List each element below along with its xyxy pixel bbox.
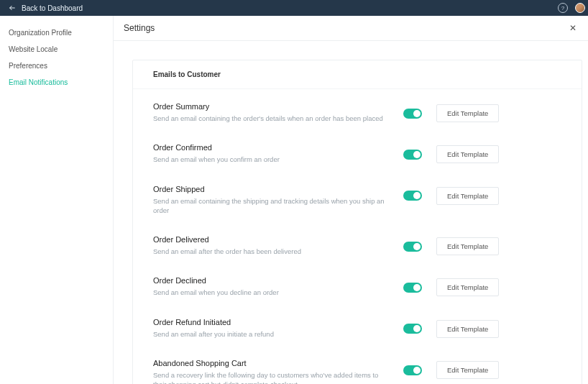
- row-desc: Send an email after you initiate a refun…: [153, 329, 392, 339]
- toggle-switch[interactable]: [403, 365, 422, 375]
- edit-template-button[interactable]: Edit Template: [436, 320, 499, 338]
- row-desc: Send a recovery link the following day t…: [153, 370, 392, 384]
- toggle-switch[interactable]: [403, 150, 422, 160]
- row-info: Order Delivered Send an email after the …: [153, 235, 403, 256]
- main: Settings ✕ Emails to Customer Order Summ…: [114, 16, 588, 384]
- row-info: Abandoned Shopping Cart Send a recovery …: [153, 359, 403, 384]
- row-controls: Edit Template: [403, 276, 499, 296]
- emails-card: Emails to Customer Order Summary Send an…: [132, 60, 582, 384]
- email-row: Order Refund Initiated Send an email aft…: [153, 305, 561, 346]
- email-row: Order Shipped Send an email containing t…: [153, 172, 561, 223]
- sidebar-item-email-notifications[interactable]: Email Notifications: [0, 74, 113, 91]
- toggle-switch[interactable]: [403, 191, 422, 201]
- topbar-right: ?: [558, 3, 579, 13]
- edit-template-button[interactable]: Edit Template: [436, 104, 499, 122]
- row-title: Order Delivered: [153, 235, 392, 244]
- back-to-dashboard[interactable]: Back to Dashboard: [9, 4, 83, 12]
- row-info: Order Summary Send an email containing t…: [153, 102, 403, 123]
- topbar: Back to Dashboard ?: [0, 0, 588, 16]
- row-desc: Send an email containing the order's det…: [153, 114, 392, 123]
- edit-template-button[interactable]: Edit Template: [436, 237, 499, 255]
- email-row: Order Summary Send an email containing t…: [153, 89, 561, 130]
- row-desc: Send an email after the order has been d…: [153, 247, 392, 256]
- back-label: Back to Dashboard: [22, 4, 83, 12]
- row-desc: Send an email when you confirm an order: [153, 155, 392, 164]
- row-controls: Edit Template: [403, 359, 499, 379]
- row-controls: Edit Template: [403, 318, 499, 338]
- section-title: Emails to Customer: [133, 60, 582, 89]
- row-desc: Send an email when you decline an order: [153, 288, 392, 297]
- sidebar-item-organization-profile[interactable]: Organization Profile: [0, 24, 113, 41]
- email-row: Order Confirmed Send an email when you c…: [153, 130, 561, 171]
- layout: Organization Profile Website Locale Pref…: [0, 16, 588, 384]
- row-info: Order Confirmed Send an email when you c…: [153, 143, 403, 164]
- edit-template-button[interactable]: Edit Template: [436, 145, 499, 163]
- edit-template-button[interactable]: Edit Template: [436, 361, 499, 379]
- row-info: Order Shipped Send an email containing t…: [153, 185, 403, 216]
- help-icon[interactable]: ?: [558, 3, 568, 13]
- toggle-switch[interactable]: [403, 109, 422, 119]
- main-header: Settings ✕: [114, 16, 588, 41]
- email-row: Order Delivered Send an email after the …: [153, 222, 561, 263]
- toggle-switch[interactable]: [403, 242, 422, 252]
- row-desc: Send an email containing the shipping an…: [153, 196, 392, 216]
- row-controls: Edit Template: [403, 185, 499, 205]
- row-title: Order Refund Initiated: [153, 318, 392, 326]
- sidebar: Organization Profile Website Locale Pref…: [0, 16, 114, 384]
- edit-template-button[interactable]: Edit Template: [436, 187, 499, 205]
- row-title: Order Confirmed: [153, 143, 392, 152]
- email-rows: Order Summary Send an email containing t…: [133, 89, 582, 384]
- row-controls: Edit Template: [403, 235, 499, 255]
- arrow-left-icon: [9, 4, 16, 12]
- toggle-switch[interactable]: [403, 283, 422, 293]
- sidebar-item-website-locale[interactable]: Website Locale: [0, 41, 113, 58]
- sidebar-item-preferences[interactable]: Preferences: [0, 58, 113, 74]
- email-row: Order Declined Send an email when you de…: [153, 263, 561, 304]
- toggle-switch[interactable]: [403, 324, 422, 334]
- edit-template-button[interactable]: Edit Template: [436, 278, 499, 296]
- row-controls: Edit Template: [403, 143, 499, 163]
- page-title: Settings: [124, 23, 155, 33]
- avatar[interactable]: [575, 3, 585, 13]
- row-title: Order Shipped: [153, 185, 392, 193]
- row-title: Order Summary: [153, 102, 392, 111]
- row-info: Order Declined Send an email when you de…: [153, 276, 403, 297]
- row-title: Abandoned Shopping Cart: [153, 359, 392, 367]
- email-row: Abandoned Shopping Cart Send a recovery …: [153, 346, 561, 384]
- row-controls: Edit Template: [403, 102, 499, 122]
- row-info: Order Refund Initiated Send an email aft…: [153, 318, 403, 339]
- row-title: Order Declined: [153, 276, 392, 285]
- content: Emails to Customer Order Summary Send an…: [114, 41, 588, 384]
- close-icon[interactable]: ✕: [568, 23, 578, 33]
